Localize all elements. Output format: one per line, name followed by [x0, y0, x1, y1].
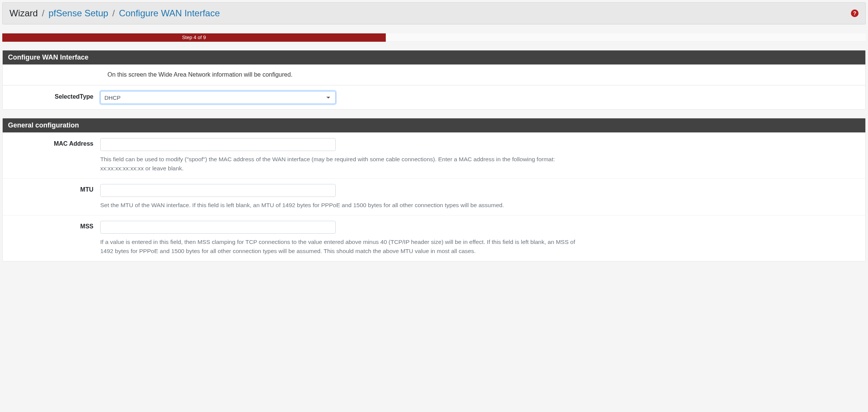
- label-mac-address: MAC Address: [7, 138, 100, 147]
- help-mtu: Set the MTU of the WAN interface. If thi…: [100, 201, 579, 210]
- panel-title: General configuration: [3, 118, 865, 132]
- selectedtype-select[interactable]: DHCP: [100, 91, 336, 104]
- page-header: Wizard / pfSense Setup / Configure WAN I…: [2, 2, 866, 24]
- progress-bar: Step 4 of 9: [2, 33, 386, 42]
- panel-title: Configure WAN Interface: [3, 50, 865, 64]
- row-selectedtype: SelectedType DHCP: [3, 85, 865, 109]
- panel-general-config: General configuration MAC Address This f…: [2, 118, 866, 261]
- breadcrumb-link-current[interactable]: Configure WAN Interface: [119, 8, 220, 18]
- help-mss: If a value is entered in this field, the…: [100, 237, 579, 256]
- breadcrumb-separator: /: [42, 8, 44, 18]
- breadcrumb-link-setup[interactable]: pfSense Setup: [49, 8, 108, 18]
- mac-address-input[interactable]: [100, 138, 336, 151]
- breadcrumb-root: Wizard: [9, 8, 38, 18]
- mss-input[interactable]: [100, 221, 336, 234]
- label-mss: MSS: [7, 221, 100, 230]
- mtu-input[interactable]: [100, 184, 336, 197]
- label-mtu: MTU: [7, 184, 100, 193]
- panel-configure-wan: Configure WAN Interface On this screen t…: [2, 50, 866, 110]
- progress-track: Step 4 of 9: [2, 33, 866, 42]
- breadcrumb: Wizard / pfSense Setup / Configure WAN I…: [9, 8, 220, 19]
- row-mac-address: MAC Address This field can be used to mo…: [3, 132, 865, 178]
- breadcrumb-separator: /: [112, 8, 115, 18]
- help-icon[interactable]: ?: [851, 9, 859, 17]
- help-mac-address: This field can be used to modify ("spoof…: [100, 155, 579, 173]
- panel-intro-text: On this screen the Wide Area Network inf…: [3, 64, 865, 85]
- row-mtu: MTU Set the MTU of the WAN interface. If…: [3, 178, 865, 215]
- row-mss: MSS If a value is entered in this field,…: [3, 215, 865, 261]
- label-selectedtype: SelectedType: [7, 91, 100, 100]
